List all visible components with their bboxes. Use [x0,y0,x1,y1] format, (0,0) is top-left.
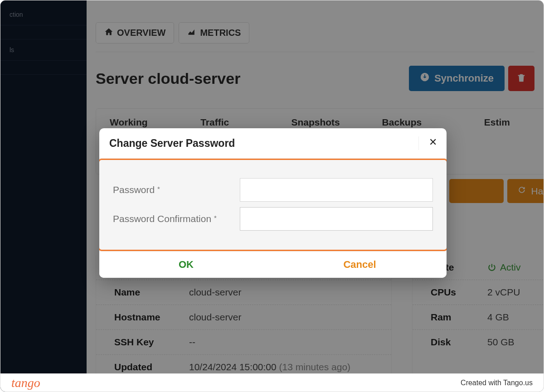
password-confirmation-input[interactable] [240,207,433,231]
ok-button[interactable]: OK [99,252,273,278]
cancel-button[interactable]: Cancel [273,252,447,278]
password-label: Password * [113,184,240,195]
tango-credit: Created with Tango.us [461,379,533,387]
tango-footer: tango Created with Tango.us [0,373,544,392]
password-confirm-label: Password Confirmation * [113,213,240,224]
change-password-modal: Change Server Password ✕ Password * Pass… [99,128,447,278]
modal-body-highlight: Password * Password Confirmation * [99,159,447,251]
modal-title: Change Server Password [109,137,235,150]
close-icon[interactable]: ✕ [418,136,437,150]
tango-logo: tango [11,376,40,390]
password-input[interactable] [240,178,433,202]
